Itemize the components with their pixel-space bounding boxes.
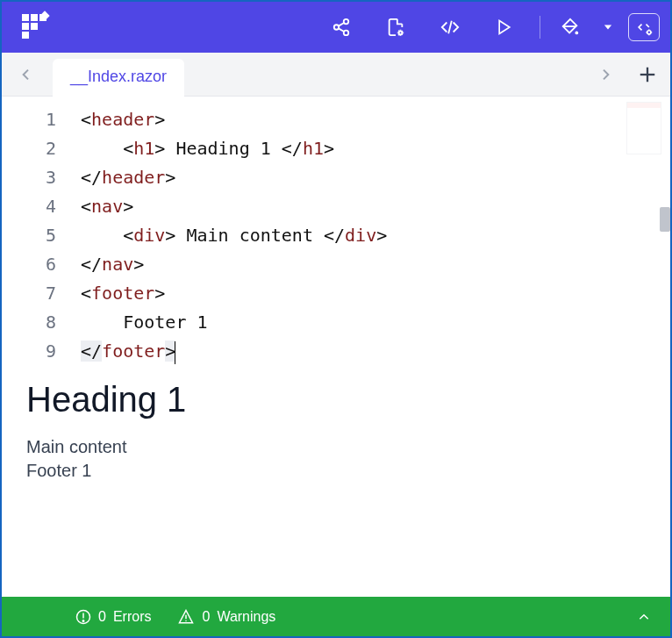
share-icon — [332, 18, 351, 37]
apps-grid-icon — [22, 14, 48, 40]
code-line[interactable]: </header> — [81, 163, 670, 192]
error-icon — [75, 609, 91, 625]
svg-line-6 — [448, 21, 452, 34]
code-editor[interactable]: 123456789 <header> <h1> Heading 1 </h1><… — [2, 97, 670, 366]
code-line[interactable]: <footer> — [81, 279, 670, 308]
chevron-up-icon — [635, 611, 653, 623]
svg-point-1 — [334, 25, 340, 30]
svg-point-0 — [344, 19, 349, 25]
svg-point-5 — [399, 32, 403, 35]
line-number: 1 — [2, 105, 81, 134]
warnings-label: Warnings — [217, 609, 275, 625]
paint-button[interactable] — [553, 2, 588, 53]
file-settings-button[interactable] — [373, 2, 418, 53]
svg-point-10 — [647, 31, 651, 34]
code-gear-icon — [634, 18, 654, 36]
svg-point-2 — [344, 31, 349, 35]
warning-icon — [177, 609, 195, 625]
line-number: 2 — [2, 134, 81, 163]
line-number: 8 — [2, 308, 81, 337]
svg-point-8 — [575, 32, 579, 35]
svg-marker-7 — [499, 21, 510, 34]
warnings-count: 0 — [202, 609, 210, 625]
minimap[interactable] — [626, 102, 661, 154]
svg-marker-9 — [604, 25, 611, 30]
code-line[interactable]: <h1> Heading 1 </h1> — [81, 134, 670, 163]
plus-icon — [638, 65, 657, 84]
line-number: 3 — [2, 163, 81, 192]
preview-footer-text: Footer 1 — [26, 459, 646, 483]
line-number: 9 — [2, 337, 81, 366]
file-gear-icon — [386, 17, 405, 38]
new-tab-button[interactable] — [632, 59, 663, 90]
line-number: 4 — [2, 192, 81, 221]
toolbar-separator — [540, 16, 540, 39]
code-line[interactable]: <div> Main content </div> — [81, 221, 670, 250]
share-button[interactable] — [318, 2, 364, 53]
svg-point-15 — [82, 620, 84, 621]
status-bar: 0 Errors 0 Warnings — [2, 597, 670, 636]
line-number: 5 — [2, 221, 81, 250]
apps-grid-button[interactable] — [12, 2, 58, 53]
tab-nav-forward-button[interactable] — [588, 57, 623, 92]
code-line[interactable]: </nav> — [81, 250, 670, 279]
status-expand-button[interactable] — [626, 599, 661, 634]
chevron-left-icon — [19, 65, 33, 84]
preview-pane: Heading 1 Main content Footer 1 — [2, 366, 670, 597]
text-cursor — [175, 341, 175, 364]
svg-line-4 — [339, 28, 344, 32]
warnings-group[interactable]: 0 Warnings — [177, 609, 275, 625]
chevron-right-icon — [598, 65, 612, 84]
caret-down-icon — [602, 23, 614, 32]
preview-heading: Heading 1 — [26, 380, 646, 419]
paint-dropdown-button[interactable] — [597, 2, 619, 53]
line-number-gutter: 123456789 — [2, 97, 81, 366]
top-toolbar — [2, 2, 670, 53]
svg-point-17 — [186, 620, 188, 621]
tab-bar: __Index.razor — [2, 53, 670, 97]
paint-bucket-icon — [561, 18, 580, 37]
code-content[interactable]: <header> <h1> Heading 1 </h1></header><n… — [81, 97, 670, 366]
code-line[interactable]: </footer> — [81, 337, 670, 366]
code-line[interactable]: <nav> — [81, 192, 670, 221]
embed-settings-button[interactable] — [628, 13, 660, 41]
file-tab[interactable]: __Index.razor — [53, 59, 184, 97]
preview-main-text: Main content — [26, 435, 646, 459]
code-line[interactable]: Footer 1 — [81, 308, 670, 337]
errors-label: Errors — [113, 609, 152, 625]
file-tab-label: __Index.razor — [70, 68, 167, 85]
code-line[interactable]: <header> — [81, 105, 670, 134]
code-view-button[interactable] — [427, 2, 473, 53]
play-icon — [496, 18, 513, 37]
line-number: 6 — [2, 250, 81, 279]
svg-line-3 — [339, 23, 344, 26]
errors-count: 0 — [98, 609, 106, 625]
line-number: 7 — [2, 279, 81, 308]
code-icon — [440, 18, 461, 37]
tab-nav-back-button[interactable] — [9, 57, 44, 92]
errors-group[interactable]: 0 Errors — [75, 609, 151, 625]
run-button[interactable] — [482, 2, 527, 53]
scrollbar-thumb[interactable] — [660, 207, 670, 232]
